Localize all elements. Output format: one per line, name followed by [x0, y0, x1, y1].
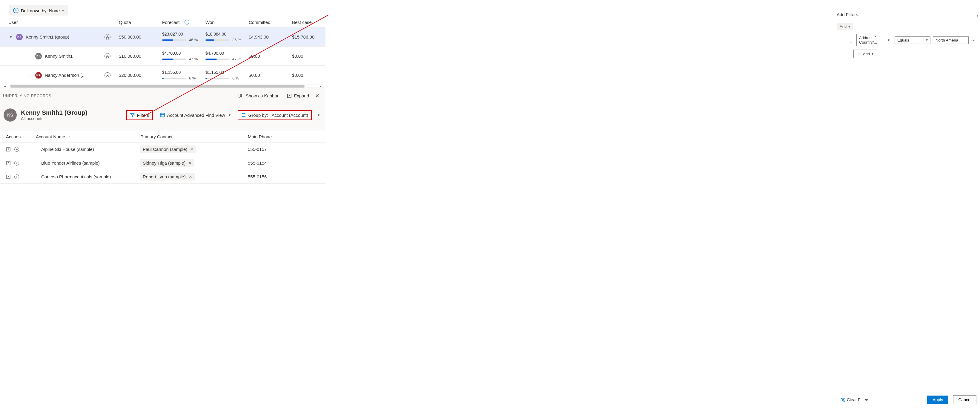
close-icon[interactable]: ✕ [315, 92, 320, 99]
col-header-account[interactable]: Account Name ↑ [36, 134, 140, 139]
scroll-thumb[interactable] [10, 85, 305, 88]
account-name: Contoso Pharmaceuticals (sample) [36, 174, 140, 179]
col-header-contact[interactable]: Primary Contact [140, 134, 248, 139]
progress-bar [205, 59, 229, 60]
col-header-forecast[interactable]: Forecast i [162, 20, 205, 25]
open-icon[interactable] [6, 161, 11, 166]
avatar: KS [35, 53, 42, 59]
table-row[interactable]: + Contoso Pharmaceuticals (sample) Rober… [0, 170, 326, 184]
add-icon[interactable]: + [14, 175, 19, 179]
svg-point-7 [107, 74, 108, 75]
operator-selector[interactable]: Equals ▾ [895, 37, 931, 44]
svg-rect-14 [160, 113, 164, 117]
contact-chip[interactable]: Sidney Higa (sample) ✕ [140, 159, 194, 167]
filter-condition-row: Address 2: Country/... ▾ Equals ▾ North … [850, 34, 977, 46]
open-icon[interactable] [6, 175, 11, 179]
add-icon[interactable]: + [14, 161, 19, 166]
chevron-down-icon[interactable]: ▾ [318, 113, 320, 117]
sort-asc-icon: ↑ [68, 135, 70, 139]
progress-bar [205, 40, 229, 41]
user-name: Kenny Smith1 (group) [26, 34, 69, 40]
hierarchy-icon[interactable] [105, 34, 110, 40]
scroll-left-icon[interactable]: ◂ [4, 84, 6, 88]
scroll-right-icon[interactable]: ▸ [320, 84, 321, 88]
table-row[interactable]: + Alpine Ski House (sample) Paul Cannon … [0, 143, 326, 156]
committed-cell: $0.00 [249, 54, 292, 59]
col-header-committed[interactable]: Committed [249, 20, 292, 25]
groupby-selector[interactable]: Group by: Account (Account) [238, 110, 312, 120]
table-icon [160, 113, 165, 118]
won-cell: $4,700.00 47 % [205, 51, 249, 61]
phone-cell: 555-0154 [248, 161, 320, 166]
forecast-row[interactable]: ▾ KS Kenny Smith1 (group) $50,000.00 $23… [0, 27, 326, 46]
more-icon[interactable]: ⋯ [971, 37, 977, 43]
svg-point-1 [107, 35, 108, 37]
contact-chip[interactable]: Robert Lyon (sample) ✕ [140, 173, 195, 180]
show-kanban-button[interactable]: Show as Kanban [237, 92, 281, 99]
horizontal-scrollbar[interactable]: ◂ ▸ [3, 84, 323, 88]
col-header-phone[interactable]: Main Phone [248, 134, 320, 139]
value-input[interactable]: North Ameria [933, 37, 969, 44]
drilldown-button[interactable]: Drill down by: None ▾ [9, 5, 68, 16]
svg-rect-11 [240, 94, 242, 97]
committed-cell: $4,943.00 [249, 34, 292, 40]
hierarchy-icon[interactable] [105, 53, 110, 59]
group-name: Kenny Smith1 (Group) [21, 109, 88, 116]
avatar: NA [35, 72, 42, 79]
forecast-cell: $23,027.00 46 % [162, 32, 205, 42]
collapse-icon[interactable]: ▾ [8, 35, 13, 39]
remove-icon[interactable]: ✕ [188, 161, 192, 166]
forecast-row[interactable]: › NA Nancy Anderrson (... $20,000.00 $1,… [0, 65, 326, 84]
expand-button[interactable]: Expand [285, 92, 311, 99]
quota-cell: $10,000.00 [119, 54, 162, 59]
add-condition-button[interactable]: ＋ Add ▾ [853, 49, 877, 58]
field-selector[interactable]: Address 2: Country/... ▾ [856, 34, 892, 46]
col-header-user[interactable]: User [8, 20, 119, 25]
group-subtitle: All accounts [21, 116, 88, 121]
user-name: Nancy Anderrson (... [45, 73, 86, 78]
user-name: Kenny Smith1 [45, 54, 73, 59]
expand-icon [287, 94, 291, 98]
committed-cell: $0.00 [249, 73, 292, 78]
chevron-down-icon: ▾ [926, 38, 928, 42]
group-operator[interactable]: And ▾ [837, 23, 853, 30]
won-cell: $1,155.00 6 % [205, 70, 249, 80]
info-icon[interactable]: i [185, 20, 189, 24]
filter-icon [130, 113, 135, 118]
table-row[interactable]: + Blue Yonder Airlines (sample) Sidney H… [0, 156, 326, 170]
progress-bar [205, 78, 229, 79]
chevron-down-icon: ▾ [848, 24, 850, 29]
col-header-won[interactable]: Won [205, 20, 249, 25]
col-header-best[interactable]: Best case [292, 20, 328, 25]
forecast-cell: $4,700.00 47 % [162, 51, 205, 61]
phone-cell: 555-0156 [248, 174, 320, 179]
filters-button[interactable]: Filters [126, 110, 153, 120]
add-icon[interactable]: + [14, 147, 19, 152]
account-name: Alpine Ski House (sample) [36, 147, 140, 152]
filter-panel-title: Add Filters [837, 12, 977, 17]
svg-rect-12 [242, 94, 243, 97]
drilldown-label: Drill down by: None [21, 8, 60, 13]
hierarchy-icon[interactable] [105, 72, 110, 78]
view-selector[interactable]: Account Advanced Find View ▾ [158, 111, 233, 119]
plus-icon: ＋ [857, 51, 861, 56]
col-header-quota[interactable]: Quota [119, 20, 162, 25]
best-cell: $15,786.00 [292, 34, 328, 40]
open-icon[interactable] [6, 147, 11, 152]
kanban-icon [239, 94, 243, 98]
condition-checkbox[interactable] [850, 38, 852, 43]
contact-chip[interactable]: Paul Cannon (sample) ✕ [140, 145, 196, 153]
expand-icon[interactable]: › [27, 73, 32, 77]
phone-cell: 555-0157 [248, 147, 320, 152]
chevron-right-icon[interactable]: › [977, 13, 978, 18]
remove-icon[interactable]: ✕ [189, 175, 192, 179]
remove-icon[interactable]: ✕ [190, 147, 194, 152]
chevron-down-icon: ▾ [62, 8, 64, 13]
quota-cell: $20,000.00 [119, 73, 162, 78]
quota-cell: $50,000.00 [119, 34, 162, 40]
progress-bar [162, 59, 186, 60]
won-cell: $18,084.00 36 % [205, 32, 249, 42]
forecast-row[interactable]: KS Kenny Smith1 $10,000.00 $4,700.00 47 … [0, 46, 326, 65]
progress-bar [162, 78, 186, 79]
add-filters-panel: Add Filters › And ▾ Address 2: Country/.… [837, 12, 980, 58]
